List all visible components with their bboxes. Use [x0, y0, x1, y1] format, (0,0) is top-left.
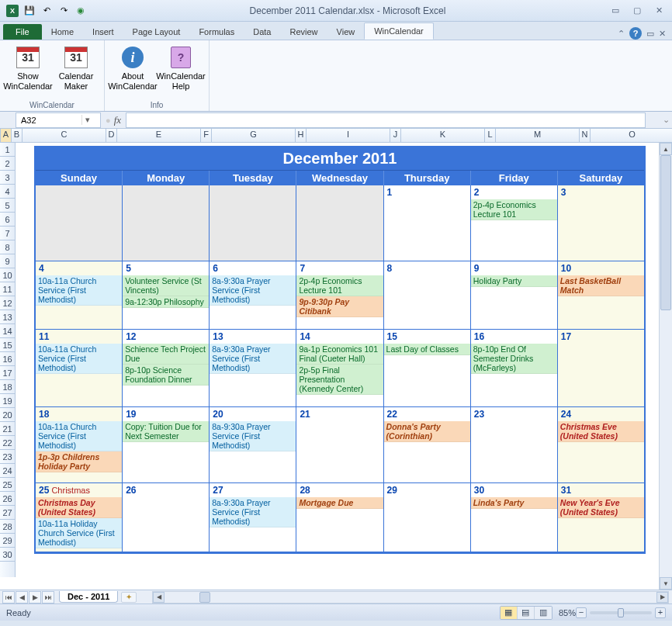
- calendar-event[interactable]: 9p-9:30p Pay Citibank: [296, 296, 383, 317]
- calendar-day[interactable]: 22Donna's Party (Corinthian): [384, 407, 471, 483]
- row-header[interactable]: 30: [0, 548, 15, 562]
- calendar-day[interactable]: 68a-9:30a Prayer Service (First Methodis…: [210, 261, 296, 330]
- calendar-event[interactable]: 2p-4p Economics Lecture 101: [296, 275, 383, 296]
- row-header[interactable]: 17: [0, 366, 15, 380]
- qat-customize-icon[interactable]: ◉: [73, 3, 88, 19]
- column-header[interactable]: F: [201, 129, 212, 142]
- tab-view[interactable]: View: [327, 24, 365, 40]
- calendar-day[interactable]: 3: [558, 185, 644, 261]
- row-header[interactable]: 20: [0, 408, 15, 422]
- name-box-input[interactable]: [16, 116, 81, 125]
- tab-review[interactable]: Review: [280, 24, 327, 40]
- sheet-nav-prev-icon[interactable]: ◀: [16, 591, 28, 604]
- calendar-event[interactable]: Copy: Tuition Due for Next Semester: [123, 421, 209, 442]
- row-header[interactable]: 14: [0, 324, 15, 338]
- calendar-day[interactable]: 15Last Day of Classes: [384, 330, 471, 407]
- calendar-event[interactable]: Linda's Party: [471, 497, 557, 509]
- row-header[interactable]: 25: [0, 478, 15, 492]
- calendar-event[interactable]: 8a-9:30a Prayer Service (First Methodist…: [210, 421, 296, 451]
- calendar-day[interactable]: 12Schience Tech Project Due8p-10p Scienc…: [123, 330, 210, 407]
- column-header[interactable]: D: [106, 129, 117, 142]
- zoom-track[interactable]: [590, 611, 652, 614]
- calendar-day[interactable]: 25 ChristmasChristmas Day (United States…: [36, 483, 123, 552]
- column-header[interactable]: E: [117, 129, 201, 142]
- row-header[interactable]: 1: [0, 143, 15, 157]
- zoom-percent[interactable]: 85%: [559, 608, 576, 617]
- calendar-event[interactable]: 8p-10p End Of Semester Drinks (McFarleys…: [471, 344, 557, 374]
- name-box[interactable]: ▾: [16, 112, 101, 128]
- redo-icon[interactable]: ↷: [56, 3, 71, 19]
- tab-home[interactable]: Home: [42, 24, 83, 40]
- calendar-event[interactable]: 8a-9:30a Prayer Service (First Methodist…: [210, 275, 296, 306]
- calendar-day[interactable]: 1810a-11a Church Service (First Methodis…: [36, 407, 123, 483]
- view-page-layout-icon[interactable]: ▤: [518, 607, 535, 619]
- calendar-day[interactable]: 168p-10p End Of Semester Drinks (McFarle…: [471, 330, 558, 407]
- tab-file[interactable]: File: [3, 24, 42, 40]
- calendar-event[interactable]: 10a-11a Church Service (First Methodist): [36, 344, 122, 374]
- row-header[interactable]: 13: [0, 310, 15, 324]
- scroll-right-icon[interactable]: ▶: [656, 592, 668, 603]
- row-header[interactable]: 28: [0, 520, 15, 534]
- show-wincalendar-button[interactable]: 31 Show WinCalendar: [6, 43, 50, 92]
- calendar-day[interactable]: 26: [123, 483, 210, 552]
- scroll-thumb[interactable]: [660, 155, 671, 310]
- calendar-day[interactable]: 30Linda's Party: [471, 483, 558, 552]
- zoom-thumb[interactable]: [618, 608, 624, 617]
- calendar-event[interactable]: Schience Tech Project Due: [123, 344, 209, 365]
- calendar-event[interactable]: Christmas Day (United States): [36, 497, 122, 518]
- calendar-day[interactable]: 278a-9:30a Prayer Service (First Methodi…: [210, 483, 296, 552]
- calendar-event[interactable]: Last Day of Classes: [384, 344, 470, 355]
- column-header[interactable]: L: [485, 129, 496, 142]
- insert-function-icon[interactable]: fx: [114, 114, 121, 126]
- undo-icon[interactable]: ↶: [39, 3, 54, 19]
- column-header[interactable]: M: [496, 129, 580, 142]
- column-header[interactable]: B: [12, 129, 23, 142]
- row-header[interactable]: 9: [0, 254, 15, 268]
- row-header[interactable]: 8: [0, 240, 15, 254]
- calendar-event[interactable]: 9a-1p Economics 101 Final (Cueter Hall): [296, 344, 383, 365]
- sheet-nav-next-icon[interactable]: ▶: [29, 591, 41, 604]
- row-header[interactable]: 22: [0, 436, 15, 450]
- column-header[interactable]: C: [23, 129, 106, 142]
- calendar-day[interactable]: 9Holiday Party: [471, 261, 558, 330]
- row-header[interactable]: 3: [0, 171, 15, 185]
- ribbon-close-icon[interactable]: ✕: [659, 29, 666, 39]
- calendar-day[interactable]: [210, 185, 296, 261]
- row-header[interactable]: 19: [0, 394, 15, 408]
- calendar-event[interactable]: Christmas Eve (United States): [558, 421, 644, 442]
- calendar-day[interactable]: 29: [384, 483, 471, 552]
- row-header[interactable]: 27: [0, 506, 15, 520]
- view-normal-icon[interactable]: ▦: [501, 607, 518, 619]
- hscroll-thumb[interactable]: [199, 592, 210, 603]
- calendar-event[interactable]: Holiday Party: [471, 275, 557, 287]
- horizontal-scrollbar[interactable]: ◀ ▶: [152, 591, 669, 604]
- row-header[interactable]: 23: [0, 450, 15, 464]
- formula-input[interactable]: [126, 112, 646, 128]
- row-header[interactable]: 11: [0, 282, 15, 296]
- calendar-day[interactable]: 1110a-11a Church Service (First Methodis…: [36, 330, 123, 407]
- row-header[interactable]: 2: [0, 157, 15, 171]
- calendar-day[interactable]: 28Mortgage Due: [296, 483, 383, 552]
- calendar-day[interactable]: 138a-9:30a Prayer Service (First Methodi…: [210, 330, 296, 407]
- column-header[interactable]: O: [591, 129, 672, 142]
- minimize-ribbon-icon[interactable]: ⌃: [618, 29, 625, 39]
- calendar-event[interactable]: Mortgage Due: [296, 497, 383, 509]
- tab-data[interactable]: Data: [244, 24, 280, 40]
- row-header[interactable]: 6: [0, 213, 15, 227]
- column-header[interactable]: G: [212, 129, 296, 142]
- calendar-day[interactable]: [36, 185, 123, 261]
- row-header[interactable]: 15: [0, 338, 15, 352]
- calendar-day[interactable]: 22p-4p Economics Lecture 101: [471, 185, 558, 261]
- column-header[interactable]: K: [401, 129, 485, 142]
- excel-app-icon[interactable]: X: [5, 3, 20, 19]
- row-header[interactable]: 29: [0, 534, 15, 548]
- zoom-out-button[interactable]: −: [576, 607, 587, 618]
- column-header[interactable]: A: [1, 129, 12, 142]
- calendar-event[interactable]: 10a-11a Holiday Church Service (First Me…: [36, 518, 122, 548]
- calendar-event[interactable]: 8p-10p Science Foundation Dinner: [123, 365, 209, 386]
- column-header[interactable]: N: [580, 129, 591, 142]
- new-sheet-icon[interactable]: ✦: [121, 592, 137, 603]
- view-page-break-icon[interactable]: ▥: [535, 607, 552, 619]
- calendar-event[interactable]: 9a-12:30p Philosophy: [123, 296, 209, 308]
- sheet-nav-first-icon[interactable]: ⏮: [2, 591, 15, 604]
